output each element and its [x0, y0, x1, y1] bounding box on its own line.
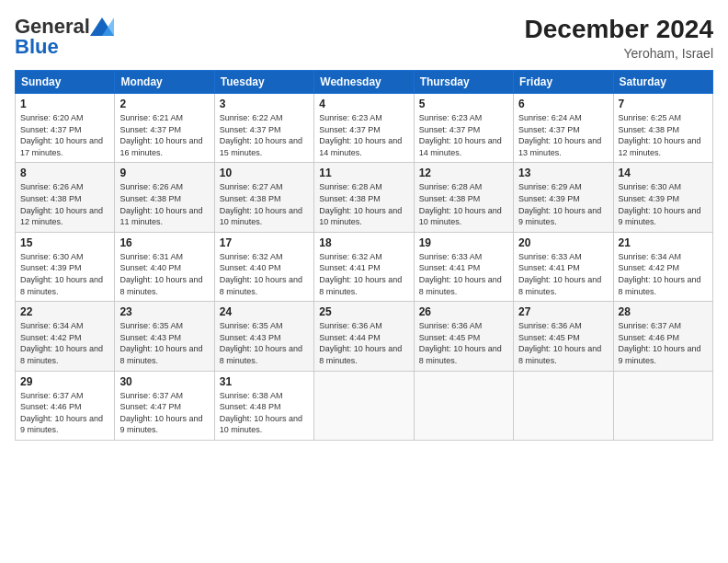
daylight-label: Daylight: 10 hours and 8 minutes.	[619, 275, 701, 296]
sunset-label: Sunset: 4:37 PM	[119, 125, 181, 134]
empty-cell	[414, 371, 513, 440]
day-cell-26: 26 Sunrise: 6:36 AM Sunset: 4:45 PM Dayl…	[414, 302, 513, 371]
sunset-label: Sunset: 4:38 PM	[619, 125, 680, 134]
calendar-week-3: 15 Sunrise: 6:30 AM Sunset: 4:39 PM Dayl…	[16, 232, 713, 301]
sunset-label: Sunset: 4:44 PM	[319, 333, 381, 342]
sunrise-label: Sunrise: 6:36 AM	[419, 321, 483, 330]
sunset-label: Sunset: 4:41 PM	[518, 263, 580, 272]
col-header-saturday: Saturday	[613, 71, 712, 94]
day-number: 22	[20, 305, 109, 318]
day-number: 20	[518, 236, 608, 249]
day-info: Sunrise: 6:21 AM Sunset: 4:37 PM Dayligh…	[119, 112, 209, 158]
daylight-label: Daylight: 10 hours and 8 minutes.	[518, 275, 601, 296]
day-info: Sunrise: 6:24 AM Sunset: 4:37 PM Dayligh…	[518, 112, 608, 158]
day-number: 31	[220, 375, 309, 388]
daylight-label: Daylight: 10 hours and 9 minutes.	[20, 414, 103, 435]
day-number: 11	[319, 167, 408, 179]
day-number: 28	[619, 305, 708, 318]
day-info: Sunrise: 6:23 AM Sunset: 4:37 PM Dayligh…	[419, 112, 508, 158]
day-info: Sunrise: 6:32 AM Sunset: 4:40 PM Dayligh…	[220, 251, 309, 297]
sunset-label: Sunset: 4:39 PM	[518, 194, 580, 203]
day-cell-7: 7 Sunrise: 6:25 AM Sunset: 4:38 PM Dayli…	[613, 94, 712, 163]
day-cell-6: 6 Sunrise: 6:24 AM Sunset: 4:37 PM Dayli…	[514, 94, 613, 163]
sunset-label: Sunset: 4:41 PM	[419, 263, 481, 272]
daylight-label: Daylight: 10 hours and 9 minutes.	[619, 344, 701, 365]
day-number: 24	[220, 305, 309, 318]
sunrise-label: Sunrise: 6:29 AM	[518, 182, 582, 191]
sunrise-label: Sunrise: 6:33 AM	[518, 252, 582, 261]
col-header-tuesday: Tuesday	[214, 71, 313, 94]
sunset-label: Sunset: 4:39 PM	[20, 263, 82, 272]
daylight-label: Daylight: 10 hours and 9 minutes.	[119, 414, 202, 435]
daylight-label: Daylight: 10 hours and 14 minutes.	[419, 136, 502, 157]
daylight-label: Daylight: 10 hours and 15 minutes.	[220, 136, 302, 157]
daylight-label: Daylight: 10 hours and 8 minutes.	[220, 275, 302, 296]
day-info: Sunrise: 6:33 AM Sunset: 4:41 PM Dayligh…	[518, 251, 608, 297]
day-info: Sunrise: 6:36 AM Sunset: 4:44 PM Dayligh…	[319, 320, 408, 366]
daylight-label: Daylight: 10 hours and 10 minutes.	[220, 414, 302, 435]
day-cell-24: 24 Sunrise: 6:35 AM Sunset: 4:43 PM Dayl…	[214, 302, 313, 371]
day-number: 5	[419, 98, 508, 110]
day-number: 1	[20, 98, 109, 110]
sunrise-label: Sunrise: 6:37 AM	[619, 321, 682, 330]
sunrise-label: Sunrise: 6:30 AM	[619, 182, 682, 191]
month-title: December 2024	[525, 15, 713, 44]
sunrise-label: Sunrise: 6:22 AM	[220, 113, 283, 122]
sunrise-label: Sunrise: 6:34 AM	[619, 252, 682, 261]
day-number: 30	[119, 375, 209, 388]
day-info: Sunrise: 6:37 AM Sunset: 4:46 PM Dayligh…	[619, 320, 708, 366]
sunset-label: Sunset: 4:37 PM	[20, 125, 82, 134]
sunset-label: Sunset: 4:39 PM	[619, 194, 680, 203]
day-cell-17: 17 Sunrise: 6:32 AM Sunset: 4:40 PM Dayl…	[214, 232, 313, 301]
daylight-label: Daylight: 10 hours and 8 minutes.	[518, 344, 601, 365]
day-cell-1: 1 Sunrise: 6:20 AM Sunset: 4:37 PM Dayli…	[16, 94, 115, 163]
sunrise-label: Sunrise: 6:38 AM	[220, 391, 283, 400]
daylight-label: Daylight: 10 hours and 8 minutes.	[419, 275, 502, 296]
day-info: Sunrise: 6:37 AM Sunset: 4:47 PM Dayligh…	[119, 390, 209, 436]
daylight-label: Daylight: 10 hours and 8 minutes.	[20, 344, 103, 365]
daylight-label: Daylight: 10 hours and 10 minutes.	[419, 206, 502, 227]
sunset-label: Sunset: 4:41 PM	[319, 263, 381, 272]
daylight-label: Daylight: 10 hours and 10 minutes.	[319, 206, 402, 227]
sunset-label: Sunset: 4:45 PM	[518, 333, 580, 342]
title-block: December 2024 Yeroham, Israel	[525, 15, 713, 61]
day-number: 10	[220, 167, 309, 179]
sunset-label: Sunset: 4:37 PM	[220, 125, 281, 134]
day-info: Sunrise: 6:25 AM Sunset: 4:38 PM Dayligh…	[619, 112, 708, 158]
sunset-label: Sunset: 4:46 PM	[619, 333, 680, 342]
day-info: Sunrise: 6:27 AM Sunset: 4:38 PM Dayligh…	[220, 181, 309, 227]
col-header-monday: Monday	[115, 71, 214, 94]
day-cell-20: 20 Sunrise: 6:33 AM Sunset: 4:41 PM Dayl…	[514, 232, 613, 301]
day-number: 16	[119, 236, 209, 249]
daylight-label: Daylight: 10 hours and 10 minutes.	[220, 206, 302, 227]
calendar-week-4: 22 Sunrise: 6:34 AM Sunset: 4:42 PM Dayl…	[16, 302, 713, 371]
daylight-label: Daylight: 10 hours and 13 minutes.	[518, 136, 601, 157]
day-info: Sunrise: 6:26 AM Sunset: 4:38 PM Dayligh…	[20, 181, 109, 227]
day-cell-21: 21 Sunrise: 6:34 AM Sunset: 4:42 PM Dayl…	[613, 232, 712, 301]
sunset-label: Sunset: 4:40 PM	[220, 263, 281, 272]
day-number: 29	[20, 375, 109, 388]
sunrise-label: Sunrise: 6:32 AM	[319, 252, 382, 261]
daylight-label: Daylight: 10 hours and 9 minutes.	[619, 206, 701, 227]
day-number: 23	[119, 305, 209, 318]
sunrise-label: Sunrise: 6:34 AM	[20, 321, 84, 330]
daylight-label: Daylight: 10 hours and 8 minutes.	[319, 344, 402, 365]
day-info: Sunrise: 6:23 AM Sunset: 4:37 PM Dayligh…	[319, 112, 408, 158]
day-info: Sunrise: 6:30 AM Sunset: 4:39 PM Dayligh…	[20, 251, 109, 297]
day-info: Sunrise: 6:38 AM Sunset: 4:48 PM Dayligh…	[220, 390, 309, 436]
logo-blue: Blue	[15, 35, 59, 59]
daylight-label: Daylight: 10 hours and 12 minutes.	[20, 206, 103, 227]
sunset-label: Sunset: 4:40 PM	[119, 263, 181, 272]
day-cell-27: 27 Sunrise: 6:36 AM Sunset: 4:45 PM Dayl…	[514, 302, 613, 371]
day-number: 21	[619, 236, 708, 249]
sunrise-label: Sunrise: 6:31 AM	[119, 252, 183, 261]
day-info: Sunrise: 6:32 AM Sunset: 4:41 PM Dayligh…	[319, 251, 408, 297]
day-info: Sunrise: 6:35 AM Sunset: 4:43 PM Dayligh…	[119, 320, 209, 366]
sunrise-label: Sunrise: 6:32 AM	[220, 252, 283, 261]
day-cell-13: 13 Sunrise: 6:29 AM Sunset: 4:39 PM Dayl…	[514, 163, 613, 232]
day-info: Sunrise: 6:20 AM Sunset: 4:37 PM Dayligh…	[20, 112, 109, 158]
day-cell-15: 15 Sunrise: 6:30 AM Sunset: 4:39 PM Dayl…	[16, 232, 115, 301]
calendar-week-2: 8 Sunrise: 6:26 AM Sunset: 4:38 PM Dayli…	[16, 163, 713, 232]
col-header-sunday: Sunday	[16, 71, 115, 94]
sunset-label: Sunset: 4:37 PM	[518, 125, 580, 134]
